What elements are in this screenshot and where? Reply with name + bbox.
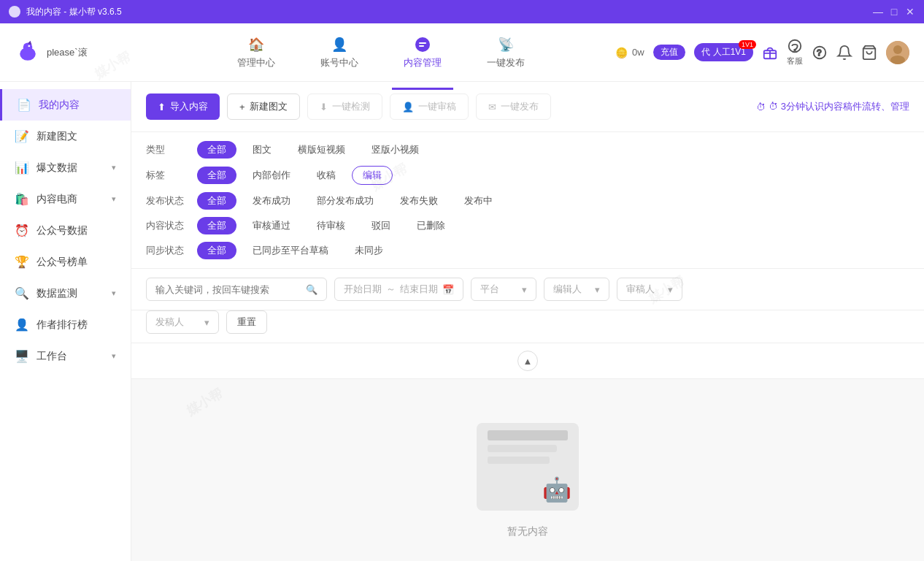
- publish-fail[interactable]: 发布失败: [390, 192, 448, 210]
- service-label: 客服: [787, 56, 803, 66]
- collapse-button[interactable]: ▲: [517, 351, 538, 371]
- chevron-down-icon: ▾: [112, 163, 116, 172]
- publish-icon: ✉: [488, 102, 496, 112]
- new-article-btn-icon: +: [239, 102, 245, 112]
- tab-content[interactable]: 内容管理: [392, 30, 453, 75]
- sidebar-item-author-rank[interactable]: 👤 作者排行榜: [0, 309, 131, 340]
- help-button[interactable]: ?: [812, 45, 828, 61]
- platform-select[interactable]: 平台 ▾: [471, 278, 536, 301]
- publish-status-options: 全部 发布成功 部分发布成功 发布失败 发布中: [197, 192, 503, 210]
- sender-select[interactable]: 发稿人 ▾: [146, 310, 219, 334]
- minimize-button[interactable]: —: [873, 7, 883, 17]
- date-end: 结束日期: [400, 283, 438, 296]
- publish-ing[interactable]: 发布中: [454, 192, 503, 210]
- sidebar-item-public-rank[interactable]: 🏆 公众号榜单: [0, 246, 131, 278]
- ai-service-badge[interactable]: 代 人工1V1 1V1: [694, 43, 753, 61]
- logo-area: please`滚: [15, 39, 131, 66]
- author-icon: 👤: [15, 318, 29, 332]
- sidebar-item-label: 内容电商: [36, 193, 77, 206]
- user-avatar[interactable]: [886, 41, 909, 64]
- sync-not-synced[interactable]: 未同步: [344, 242, 393, 259]
- content-deleted[interactable]: 已删除: [407, 217, 455, 234]
- content-approved[interactable]: 审核通过: [242, 217, 301, 234]
- nav-tabs: 🏠 管理中心 👤 账号中心 内容管理 📡 一键发布: [146, 30, 615, 75]
- calendar-icon: 📅: [442, 284, 454, 295]
- ai-notification-dot: 1V1: [739, 40, 756, 49]
- type-option-landscape[interactable]: 横版短视频: [288, 141, 355, 159]
- notification-button[interactable]: [836, 45, 852, 61]
- sidebar-item-viral-data[interactable]: 📊 爆文数据 ▾: [0, 152, 131, 183]
- tag-option-internal[interactable]: 内部创作: [242, 167, 301, 184]
- svg-point-3: [28, 45, 30, 47]
- sync-all[interactable]: 全部: [197, 242, 236, 259]
- publish-partial[interactable]: 部分发布成功: [307, 192, 384, 210]
- sidebar-item-my-content[interactable]: 📄 我的内容: [0, 89, 131, 121]
- monitor-icon: 🔍: [15, 286, 29, 300]
- gift-button[interactable]: [762, 45, 778, 61]
- publish-status-filter-row: 发布状态 全部 发布成功 部分发布成功 发布失败 发布中: [146, 192, 909, 210]
- type-filter-options: 全部 图文 横版短视频 竖版小视频: [197, 141, 429, 159]
- reset-button[interactable]: 重置: [226, 310, 267, 334]
- recharge-button[interactable]: 充值: [653, 45, 685, 60]
- sync-status-label: 同步状态: [146, 244, 197, 257]
- tab-account[interactable]: 👤 账号中心: [309, 30, 370, 75]
- search-input-wrap: 🔍: [146, 278, 327, 301]
- type-option-portrait[interactable]: 竖版小视频: [361, 141, 429, 159]
- editor-select[interactable]: 编辑人 ▾: [544, 278, 609, 301]
- tag-option-edit[interactable]: 编辑: [352, 166, 393, 185]
- service-button[interactable]: 客服: [787, 38, 803, 66]
- reviewer-select[interactable]: 审稿人 ▾: [617, 278, 682, 301]
- chevron-down-icon: ▾: [112, 351, 116, 361]
- publish-status-label: 发布状态: [146, 194, 197, 207]
- detect-button[interactable]: ⬇ 一键检测: [307, 94, 382, 120]
- close-button[interactable]: ✕: [905, 7, 915, 17]
- tag-option-collected[interactable]: 收稿: [307, 167, 346, 184]
- content-pending[interactable]: 待审核: [307, 217, 355, 234]
- search-input[interactable]: [155, 284, 301, 295]
- help-link[interactable]: ⏱ ⏱ 3分钟认识内容稿件流转、管理: [756, 100, 909, 113]
- rank-icon: 🏆: [15, 255, 29, 269]
- tag-option-all[interactable]: 全部: [197, 167, 236, 184]
- sidebar-item-label: 新建图文: [36, 130, 77, 143]
- type-option-all[interactable]: 全部: [197, 141, 236, 159]
- publish-all[interactable]: 全部: [197, 192, 236, 210]
- publish-button[interactable]: ✉ 一键发布: [476, 94, 551, 120]
- sync-status-options: 全部 已同步至平台草稿 未同步: [197, 242, 393, 259]
- maximize-button[interactable]: □: [889, 7, 899, 17]
- sidebar-item-label: 爆文数据: [36, 161, 77, 175]
- sidebar-item-content-ecom[interactable]: 🛍️ 内容电商 ▾: [0, 183, 131, 215]
- tag-filter-options: 全部 内部创作 收稿 编辑: [197, 166, 393, 185]
- review-icon: 👤: [402, 102, 414, 112]
- publish-icon: 📡: [497, 36, 515, 53]
- tab-publish[interactable]: 📡 一键发布: [475, 30, 536, 75]
- content-status-options: 全部 审核通过 待审核 驳回 已删除: [197, 217, 455, 234]
- svg-point-4: [415, 37, 430, 52]
- sidebar: 📄 我的内容 📝 新建图文 📊 爆文数据 ▾ 🛍️ 内容电商 ▾ ⏰ 公众号数据…: [0, 82, 131, 561]
- sidebar-item-public-data[interactable]: ⏰ 公众号数据: [0, 215, 131, 246]
- collapse-icon: ▲: [523, 356, 533, 367]
- new-article-button[interactable]: + 新建图文: [227, 94, 300, 120]
- content-rejected[interactable]: 驳回: [361, 217, 401, 234]
- sidebar-item-workbench[interactable]: 🖥️ 工作台 ▾: [0, 340, 131, 372]
- cart-button[interactable]: [861, 45, 877, 61]
- type-filter-label: 类型: [146, 143, 197, 156]
- tab-manage[interactable]: 🏠 管理中心: [226, 30, 287, 75]
- chevron-down-icon: ▾: [522, 284, 527, 295]
- search-area: 🔍 开始日期 ～ 结束日期 📅 平台 ▾ 编辑人 ▾ 审稿人 ▾: [131, 269, 924, 310]
- collapse-row: ▲: [131, 343, 924, 379]
- sidebar-item-data-monitor[interactable]: 🔍 数据监测 ▾: [0, 278, 131, 309]
- tag-filter-row: 标签 全部 内部创作 收稿 编辑: [146, 166, 909, 185]
- sidebar-item-new-article[interactable]: 📝 新建图文: [0, 121, 131, 152]
- logo-icon: [15, 39, 41, 66]
- sync-synced[interactable]: 已同步至平台草稿: [242, 242, 339, 259]
- search-icon: 🔍: [306, 284, 317, 295]
- content-all[interactable]: 全部: [197, 217, 236, 234]
- chevron-down-icon: ▾: [668, 284, 673, 295]
- import-content-button[interactable]: ⬆ 导入内容: [146, 94, 220, 120]
- review-button[interactable]: 👤 一键审稿: [390, 94, 469, 120]
- sidebar-item-label: 公众号榜单: [36, 256, 88, 269]
- filter-area: 类型 全部 图文 横版短视频 竖版小视频 标签 全部 内部创作 收稿 编辑: [131, 132, 924, 269]
- date-range-picker[interactable]: 开始日期 ～ 结束日期 📅: [334, 278, 463, 301]
- publish-success[interactable]: 发布成功: [242, 192, 301, 210]
- type-option-article[interactable]: 图文: [242, 141, 282, 159]
